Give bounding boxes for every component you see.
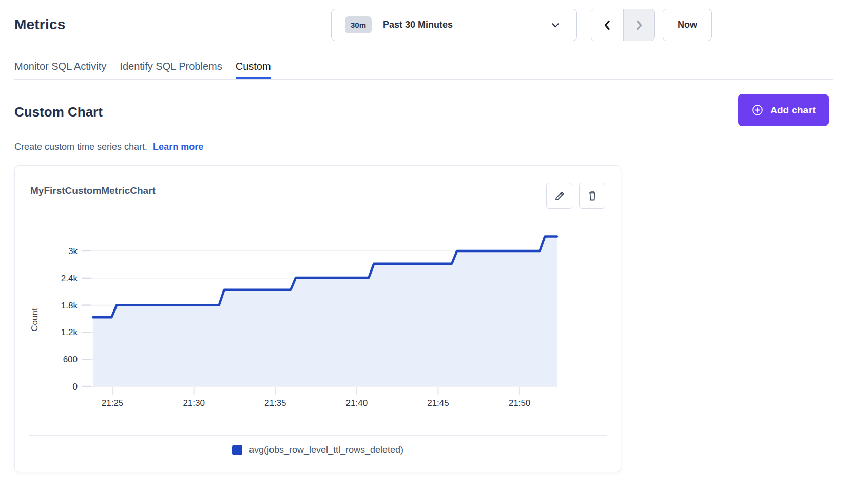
chart-legend: avg(jobs_row_level_ttl_rows_deleted) xyxy=(15,444,621,455)
tab-monitor-sql-activity[interactable]: Monitor SQL Activity xyxy=(14,61,106,80)
chevron-left-icon xyxy=(602,19,613,31)
chart-title: MyFirstCustomMetricChart xyxy=(30,185,156,197)
chevron-right-icon xyxy=(633,19,645,31)
tab-custom[interactable]: Custom xyxy=(236,61,271,80)
svg-text:21:45: 21:45 xyxy=(427,398,449,408)
metrics-page: Metrics 30m Past 30 Minutes Now Monitor … xyxy=(0,0,847,504)
add-chart-label: Add chart xyxy=(770,105,816,116)
time-series-chart: 06001.2k1.8k2.4k3k21:2521:3021:3521:4021… xyxy=(15,207,622,433)
svg-text:21:40: 21:40 xyxy=(346,398,368,408)
custom-chart-card: MyFirstCustomMetricChart 06001.2k1.8k2.4… xyxy=(14,165,621,472)
trash-icon xyxy=(586,190,599,202)
add-chart-button[interactable]: Add chart xyxy=(738,94,829,126)
svg-text:600: 600 xyxy=(63,355,78,364)
prev-time-button[interactable] xyxy=(591,9,623,41)
learn-more-link[interactable]: Learn more xyxy=(153,142,203,152)
legend-label: avg(jobs_row_level_ttl_rows_deleted) xyxy=(249,444,403,455)
delete-chart-button[interactable] xyxy=(579,183,605,209)
section-subtitle: Create custom time series chart. Learn m… xyxy=(14,142,203,152)
next-time-button[interactable] xyxy=(623,9,655,41)
svg-text:2.4k: 2.4k xyxy=(61,274,78,283)
time-nav-buttons xyxy=(591,9,655,41)
svg-text:3k: 3k xyxy=(68,246,78,256)
section-description: Create custom time series chart. xyxy=(14,142,147,152)
tabs-divider xyxy=(14,79,833,80)
chevron-down-icon xyxy=(550,20,561,31)
legend-swatch xyxy=(232,445,242,455)
svg-text:Count: Count xyxy=(30,308,40,332)
svg-text:0: 0 xyxy=(73,382,78,392)
section-title: Custom Chart xyxy=(14,104,103,120)
svg-text:1.2k: 1.2k xyxy=(61,327,78,337)
time-range-badge: 30m xyxy=(345,16,372,33)
pencil-icon xyxy=(553,190,566,202)
svg-text:21:25: 21:25 xyxy=(102,398,124,408)
plus-circle-icon xyxy=(751,104,764,117)
svg-text:21:35: 21:35 xyxy=(264,398,286,408)
svg-text:21:30: 21:30 xyxy=(183,398,205,408)
legend-divider xyxy=(29,435,607,436)
page-title: Metrics xyxy=(14,16,65,33)
tab-identify-sql-problems[interactable]: Identify SQL Problems xyxy=(120,61,222,80)
svg-text:21:50: 21:50 xyxy=(509,398,531,408)
time-range-dropdown[interactable]: 30m Past 30 Minutes xyxy=(331,9,577,41)
edit-chart-button[interactable] xyxy=(546,183,572,209)
svg-text:1.8k: 1.8k xyxy=(61,301,78,311)
metrics-tabs: Monitor SQL Activity Identify SQL Proble… xyxy=(14,61,271,80)
time-range-label: Past 30 Minutes xyxy=(383,20,453,30)
now-button[interactable]: Now xyxy=(663,9,712,41)
